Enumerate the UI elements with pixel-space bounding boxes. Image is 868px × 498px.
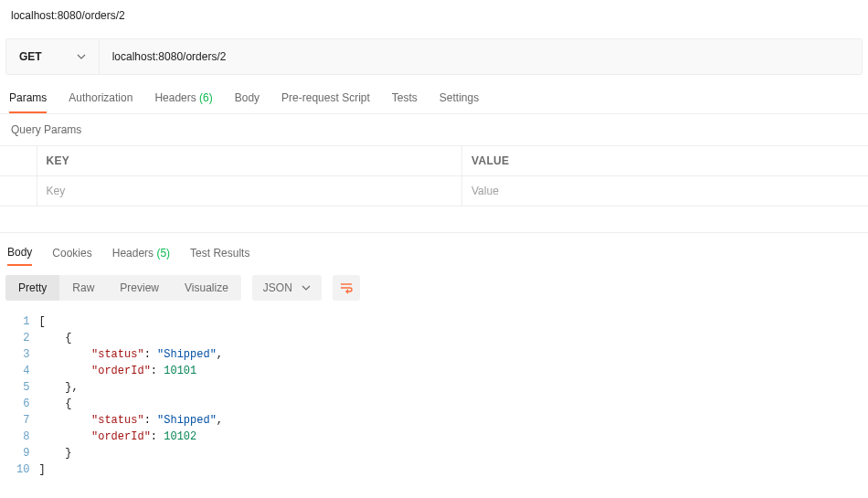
checkbox-column-header [0,146,37,176]
tab-params[interactable]: Params [9,91,47,113]
request-bar: GET [5,38,863,75]
http-method-select[interactable]: GET [6,39,100,74]
response-tab-test-results[interactable]: Test Results [190,247,249,265]
response-tab-headers[interactable]: Headers (5) [112,247,170,265]
query-params-table: KEY VALUE [0,146,868,207]
view-mode-pretty[interactable]: Pretty [5,275,59,301]
tab-tests[interactable]: Tests [392,91,418,113]
tab-headers[interactable]: Headers (6) [154,91,212,113]
row-checkbox-cell[interactable] [0,176,37,207]
request-name: localhost:8080/orders/2 [0,0,868,31]
request-tabs: ParamsAuthorizationHeaders (6)BodyPre-re… [0,75,868,114]
view-mode-raw[interactable]: Raw [59,275,107,301]
view-mode-group: PrettyRawPreviewVisualize [5,275,241,301]
http-method-label: GET [19,50,42,63]
table-row [0,176,868,207]
key-input[interactable] [47,185,453,197]
tab-pre-request-script[interactable]: Pre-request Script [281,91,370,113]
format-select[interactable]: JSON [252,275,322,301]
response-tab-cookies[interactable]: Cookies [52,247,91,265]
view-mode-visualize[interactable]: Visualize [172,275,241,301]
response-code: [ { "status": "Shipped", "orderId": 1010… [38,313,223,478]
url-input[interactable] [100,39,862,74]
chevron-down-icon [302,283,311,292]
table-header-row: KEY VALUE [0,146,868,176]
key-column-header: KEY [37,146,462,176]
chevron-down-icon [77,52,86,61]
view-mode-preview[interactable]: Preview [107,275,172,301]
response-body-viewer[interactable]: 12345678910 [ { "status": "Shipped", "or… [0,310,868,482]
value-column-header: VALUE [462,146,869,176]
response-tab-body[interactable]: Body [7,246,32,266]
view-toolbar: PrettyRawPreviewVisualize JSON [0,266,868,310]
count-badge: (5) [153,247,170,260]
tab-body[interactable]: Body [235,91,259,113]
tab-authorization[interactable]: Authorization [69,91,132,113]
line-wrap-button[interactable] [333,275,360,301]
value-input[interactable] [471,185,859,197]
spacer [0,207,868,232]
query-params-section-label: Query Params [0,114,868,146]
line-number-gutter: 12345678910 [0,313,38,478]
response-section: BodyCookiesHeaders (5)Test Results Prett… [0,232,868,482]
tab-settings[interactable]: Settings [439,91,479,113]
count-badge: (6) [196,91,213,104]
response-tabs: BodyCookiesHeaders (5)Test Results [0,240,868,266]
format-select-label: JSON [263,281,292,294]
